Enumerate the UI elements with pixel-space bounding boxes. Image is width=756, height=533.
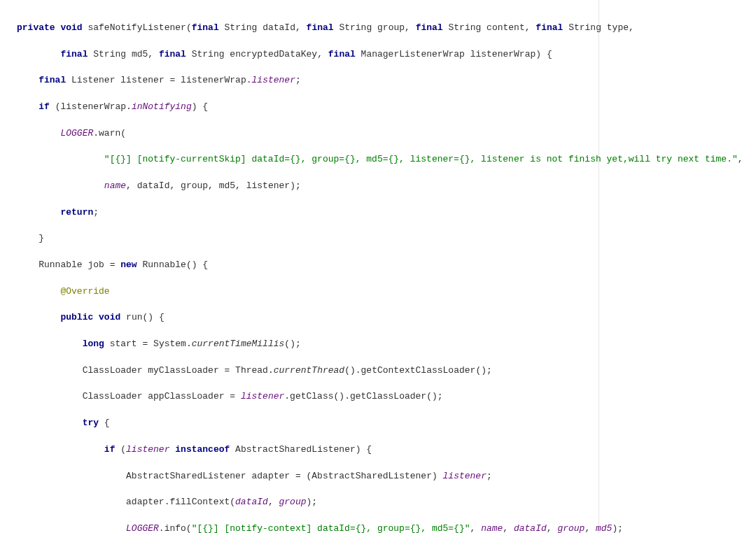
var: adapter [251,471,290,481]
code-block: private void safeNotifyListener(final St… [17,8,756,533]
type: ClassLoader [83,391,143,401]
code-line: private void safeNotifyListener(final St… [17,22,756,35]
type: System [153,339,186,349]
param: encryptedDataKey [230,49,317,59]
param: listenerWrap [60,101,126,112]
code-line: ClassLoader myClassLoader = Thread.curre… [17,364,756,378]
field: name [104,180,126,191]
type: ManagerListenerWrap [361,49,465,59]
code-line: final String md5, final String encrypted… [17,48,756,62]
param: md5 [132,49,148,59]
var: myClassLoader [148,365,218,376]
call: currentTimeMillis [192,339,285,349]
var: listener [126,444,169,455]
code-line: name, dataId, group, md5, listener); [17,180,756,193]
code-line: "[{}] [notify-currentSkip] dataId={}, gr… [17,153,756,166]
field: name [481,523,503,533]
code-line: final Listener listener = listenerWrap.l… [17,74,756,87]
param: listenerWrap [470,49,536,59]
param: group [557,523,584,533]
code-line: long start = System.currentTimeMillis(); [17,338,756,351]
string: "[{}] [notify-context] dataId={}, group=… [192,523,470,533]
code-line: @Override [17,285,756,299]
type: AbstractSharedListener [235,444,356,455]
param: md5 [219,180,235,191]
param: group [377,22,405,33]
type: Runnable [142,260,186,270]
kw: final [192,22,219,33]
field: listener [252,75,295,85]
var: listener [120,75,164,85]
code-line: Runnable job = new Runnable() { [17,259,756,272]
code-line: try { [17,417,756,430]
code-line: if (listenerWrap.inNotifying) { [17,101,756,114]
var: listener [241,391,284,401]
code-line: public void run() { [17,311,756,325]
call: .warn( [93,128,126,138]
code-line: return; [17,206,756,220]
call: .fillContext( [164,497,235,507]
param: listenerWrap [181,75,246,85]
keyword-void: void [60,22,82,33]
type: Thread [235,365,268,376]
code-line: } [17,232,756,246]
call: .getContextClassLoader(); [356,365,492,376]
param: dataId [262,22,295,33]
param: dataId [137,180,170,191]
field: LOGGER [126,523,159,533]
type: AbstractSharedListener [312,471,432,481]
var: listener [443,471,486,481]
var: start [110,339,137,349]
method-name: safeNotifyListener [88,22,186,33]
type: String [339,22,372,33]
keyword-private: private [17,22,55,33]
param: group [181,180,208,191]
kw: public [60,312,93,322]
kw: final [60,49,88,59]
type: String [192,49,225,59]
kw: if [104,444,115,455]
kw: final [416,22,443,33]
kw: try [83,418,99,428]
call: .info( [159,523,192,533]
code-line: if (listener instanceof AbstractSharedLi… [17,443,756,457]
type: String [225,22,258,33]
param: dataId [235,497,268,507]
type: String [93,49,126,59]
kw: final [307,22,334,33]
var: job [88,260,104,270]
kw: if [38,101,50,112]
type: AbstractSharedListener [126,471,246,481]
param: md5 [596,523,612,533]
var: adapter [126,497,164,507]
method-name: run [126,312,142,322]
call: currentThread [274,365,344,376]
param: group [279,497,306,507]
param: content [486,22,525,33]
kw: final [328,49,356,59]
code-line: adapter.fillContext(dataId, group); [17,496,756,509]
kw: final [536,22,563,33]
call: .getClass().getClassLoader(); [284,391,442,401]
var: appClassLoader [148,391,224,401]
kw: new [120,260,136,270]
type: String [568,22,601,33]
kw: instanceof [175,444,230,455]
var: listener [246,180,290,191]
field: inNotifying [132,101,192,112]
annotation: @Override [60,286,109,297]
param: type [607,22,629,33]
code-line: ClassLoader appClassLoader = listener.ge… [17,390,756,404]
string: "[{}] [notify-currentSkip] dataId={}, gr… [104,154,738,164]
param: dataId [514,523,547,533]
kw: final [38,75,66,85]
type: String [448,22,481,33]
code-line: AbstractSharedListener adapter = (Abstra… [17,470,756,483]
type: ClassLoader [83,365,143,376]
kw: return [60,207,93,218]
type: Runnable [38,260,82,270]
field: LOGGER [60,128,93,138]
kw: long [83,339,104,349]
code-line: LOGGER.warn( [17,127,756,141]
type: Listener [71,75,115,85]
